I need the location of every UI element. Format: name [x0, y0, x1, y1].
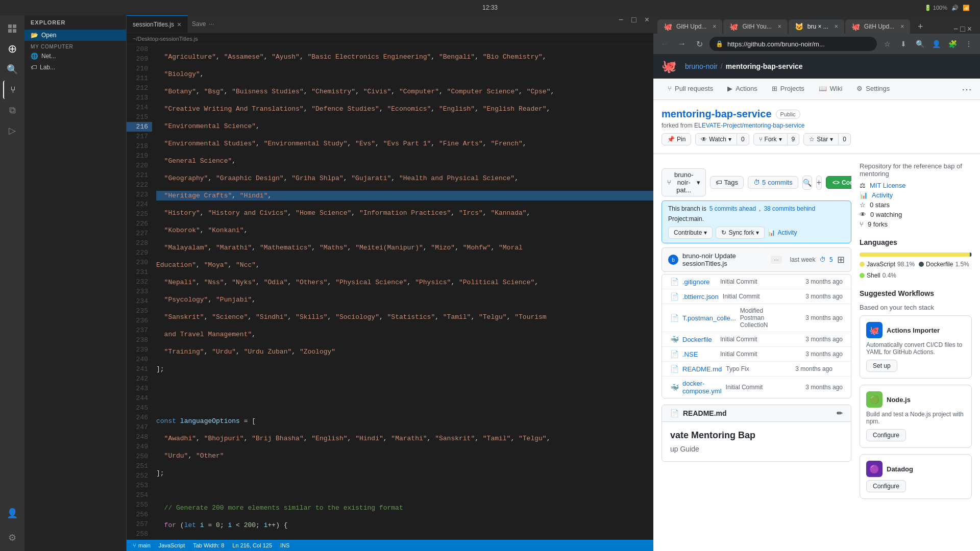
watch-button[interactable]: 👁 Watch ▾ — [695, 133, 737, 145]
star-button[interactable]: ☆ Star ▾ — [803, 133, 839, 145]
workflow-logo-2: 🟢 — [866, 391, 883, 408]
gh-user-link[interactable]: bruno-noir — [685, 62, 718, 70]
download-button[interactable]: ⬇ — [896, 37, 911, 51]
shell-lang-item: Shell 0.4% — [860, 272, 896, 279]
code-line: "Psycology", "Punjabi", — [156, 295, 653, 305]
file-row[interactable]: 🐳 docker-compose.yml Initial Commit 3 mo… — [662, 377, 851, 398]
back-button[interactable]: ← — [657, 37, 672, 51]
commit-hash[interactable]: ⏱ 5 — [820, 256, 833, 263]
code-content[interactable]: "Agriculture", "Assamese", "Ayush", "Bas… — [152, 44, 653, 540]
extension-button[interactable]: 🧩 — [945, 37, 960, 51]
commits-ahead-link[interactable]: 5 commits ahead — [709, 205, 756, 212]
vscode-logo[interactable]: ⊕ — [3, 40, 21, 58]
browser-tab-2[interactable]: 🐙 GitH You... × — [723, 19, 787, 34]
side-panel-open[interactable]: 📂 Open — [24, 30, 126, 41]
close-button[interactable]: × — [641, 15, 653, 33]
commits-button[interactable]: ⏱ 5 commits — [748, 176, 798, 189]
file-row[interactable]: 📄 .gitignore Initial Commit 3 months ago — [662, 274, 851, 289]
forks-count: 9 forks — [868, 220, 888, 228]
commit-expand-icon[interactable]: ⊞ — [837, 254, 845, 265]
workflow-configure-button-3[interactable]: Configure — [866, 480, 906, 492]
pin-button[interactable]: 📌 Pin — [662, 133, 691, 145]
file-row[interactable]: 🐳 Dockerfile Initial Commit 3 months ago — [662, 332, 851, 347]
add-file-button[interactable]: + — [816, 176, 822, 190]
profile-button[interactable]: 👤 — [929, 37, 943, 51]
side-panel-labels[interactable]: 🏷 Lab... — [24, 62, 126, 73]
minimize-button[interactable]: − — [615, 15, 627, 33]
gh-nav-wiki[interactable]: 📖 Wiki — [813, 79, 849, 99]
refresh-button[interactable]: ↻ — [692, 37, 706, 51]
explorer-icon[interactable] — [3, 19, 21, 38]
lock-icon: 🔒 — [716, 40, 723, 47]
gh-nav-pullrequests[interactable]: ⑂ Pull requests — [662, 79, 719, 99]
tab-close-3[interactable]: × — [835, 23, 838, 30]
forward-button[interactable]: → — [675, 37, 689, 51]
watch-count-button[interactable]: 0 — [737, 133, 749, 145]
fork-count-button[interactable]: 9 — [788, 133, 800, 145]
gh-nav-settings[interactable]: ⚙ Settings — [850, 79, 896, 99]
debug-icon[interactable]: ▷ — [3, 121, 21, 140]
branch-selector[interactable]: ⑂ bruno-noir-pat... ▾ — [662, 168, 706, 196]
menu-button[interactable]: ⋮ — [962, 37, 976, 51]
browser-close[interactable]: × — [967, 24, 972, 34]
sync-fork-button[interactable]: ↻ Sync fork ▾ — [716, 227, 765, 239]
code-button[interactable]: <> Code — [826, 176, 851, 189]
tags-button[interactable]: 🏷 Tags — [710, 176, 744, 189]
repo-actions: 📌 Pin 👁 Watch ▾ 0 — [662, 133, 972, 145]
account-icon[interactable]: 👤 — [3, 504, 21, 522]
readme-edit-icon[interactable]: ✏ — [837, 409, 843, 417]
new-tab-button[interactable]: + — [913, 19, 927, 34]
maximize-button[interactable]: □ — [627, 15, 641, 33]
bookmark-button[interactable]: ☆ — [880, 37, 894, 51]
gh-nav-more[interactable]: ⋯ — [962, 83, 972, 95]
file-row[interactable]: 📄 README.md Typo Fix 3 months ago ✏ — [662, 362, 851, 377]
activity-link-sidebar[interactable]: Activity — [872, 191, 893, 199]
file-row[interactable]: 📄 T.postman_colle... Modified Postman Co… — [662, 304, 851, 332]
settings-icon[interactable]: ⚙ — [3, 529, 21, 547]
gh-nav-projects[interactable]: ⊞ Projects — [766, 79, 811, 99]
workflow-setup-button[interactable]: Set up — [866, 360, 897, 372]
tab-close-1[interactable]: × — [713, 23, 716, 30]
gh-repo-link[interactable]: mentoring-bap-service — [726, 62, 803, 70]
file-row[interactable]: 📄 .NSE Initial Commit 3 months ago — [662, 347, 851, 362]
side-panel-network[interactable]: 🌐 Net... — [24, 51, 126, 62]
browser-tab-4[interactable]: 🐙 GitH Upd... × — [845, 19, 910, 34]
browser-minimize[interactable]: − — [953, 24, 958, 34]
language-mode[interactable]: JavaScript — [159, 542, 185, 548]
tab-close-2[interactable]: × — [778, 23, 781, 30]
editor-tab-active[interactable]: sessionTitles.js × — [127, 15, 188, 33]
tab-close-icon[interactable]: × — [177, 20, 181, 29]
workflow-configure-button-2[interactable]: Configure — [866, 429, 906, 441]
source-control-icon[interactable]: ⑂ — [3, 81, 21, 99]
browser-tab-1[interactable]: 🐙 GitH Upd... × — [657, 19, 722, 34]
git-branch-status[interactable]: ⑂ main — [133, 542, 151, 548]
contribute-button[interactable]: Contribute ▾ — [668, 227, 713, 239]
gh-nav: ⑂ Pull requests ▶ Actions ⊞ Projects 📖 W… — [653, 79, 980, 100]
tab-close-4[interactable]: × — [900, 23, 904, 30]
tab-size[interactable]: Tab Width: 8 — [193, 542, 224, 548]
browser-maximize[interactable]: □ — [960, 24, 965, 34]
address-bar[interactable]: 🔒 https://github.com/bruno-noir/m... — [709, 37, 877, 51]
commits-behind-link[interactable]: 38 commits behind — [764, 205, 815, 212]
file-row[interactable]: 📄 .bttierrc.json Initial Commit 3 months… — [662, 289, 851, 304]
save-button[interactable]: Save — [192, 20, 206, 28]
activity-link[interactable]: 📊 Activity — [768, 229, 797, 236]
file-time: 3 months ago — [792, 350, 843, 358]
gh-nav-actions[interactable]: ▶ Actions — [721, 79, 764, 99]
license-link[interactable]: MIT License — [870, 182, 906, 189]
search-icon[interactable]: 🔍 — [3, 60, 21, 79]
extensions-icon[interactable]: ⧉ — [3, 101, 21, 119]
zoom-button[interactable]: 🔍 — [913, 37, 927, 51]
workflow-name-1: Actions Importer — [887, 327, 940, 334]
commit-user-link[interactable]: bruno-noir — [682, 252, 713, 260]
search-files-button[interactable]: 🔍 — [802, 176, 812, 190]
star-count-button[interactable]: 0 — [839, 133, 851, 145]
upstream-repo-link[interactable]: ELEVATE-Project/mentoring-bap-service — [694, 122, 804, 129]
browser-tab-3-active[interactable]: 🐱 bru × ... × — [789, 19, 844, 34]
repo-name[interactable]: mentoring-bap-service — [662, 108, 772, 120]
svg-rect-2 — [8, 29, 12, 33]
file-commit: Initial Commit — [723, 293, 788, 300]
watch-button-group: 👁 Watch ▾ 0 — [695, 133, 749, 145]
fork-button[interactable]: ⑂ Fork ▾ — [753, 133, 788, 145]
code-area[interactable]: 208 209 210 211 212 213 214 215 216 217 … — [127, 44, 653, 540]
